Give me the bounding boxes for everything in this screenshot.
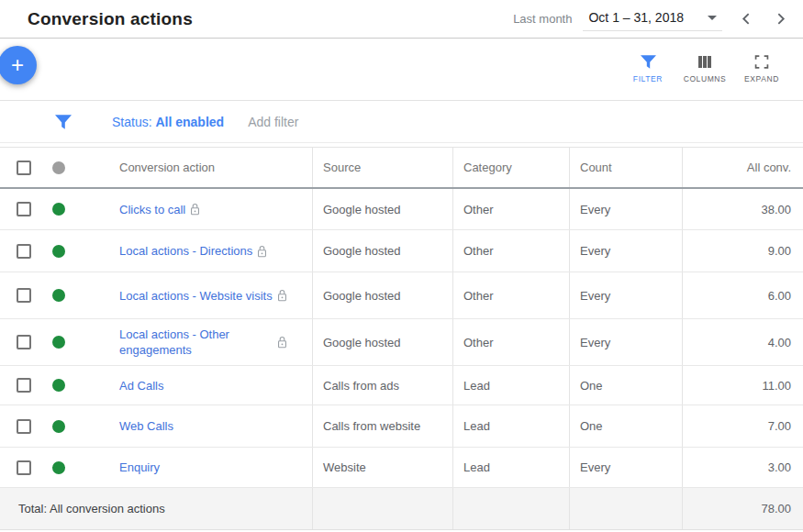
status-dot-header-icon — [52, 161, 65, 174]
date-controls: Last month Oct 1 – 31, 2018 — [513, 6, 790, 31]
count-cell: Every — [569, 189, 682, 229]
all-conv-cell: 11.00 — [682, 366, 803, 405]
all-conv-cell: 7.00 — [682, 405, 803, 447]
all-conv-cell: 9.00 — [682, 230, 803, 272]
date-range-picker[interactable]: Oct 1 – 31, 2018 — [583, 6, 722, 31]
title-bar: Conversion actions Last month Oct 1 – 31… — [0, 0, 803, 39]
conversion-action-link[interactable]: Local actions - Website visits — [119, 288, 277, 304]
columns-button[interactable]: COLUMNS — [676, 50, 733, 89]
table-row: Local actions - Directions Google hosted… — [0, 230, 803, 272]
add-conversion-button[interactable]: + — [0, 46, 37, 84]
columns-button-label: COLUMNS — [684, 74, 727, 83]
conversion-action-link[interactable]: Clicks to call — [119, 202, 185, 217]
total-label: Total: All conversion actions — [0, 488, 312, 529]
count-cell: Every — [569, 272, 682, 318]
count-cell: Every — [569, 230, 682, 272]
source-cell: Calls from ads — [312, 366, 452, 405]
table-header-row: Conversion action Source Category Count … — [0, 148, 803, 189]
source-cell: Calls from website — [312, 405, 452, 447]
column-header-all-conv: All conv. — [682, 148, 803, 187]
source-cell: Google hosted — [312, 319, 452, 365]
row-checkbox[interactable] — [17, 378, 31, 393]
status-enabled-dot — [52, 336, 65, 349]
filter-bar: Status: All enabled Add filter — [0, 101, 803, 143]
status-enabled-dot — [52, 289, 65, 302]
caret-down-icon — [708, 16, 717, 20]
conversion-action-link[interactable]: Ad Calls — [119, 378, 163, 393]
category-cell: Other — [452, 189, 569, 229]
page-title: Conversion actions — [28, 9, 193, 29]
table-row: Enquiry Website Lead Every 3.00 — [0, 448, 803, 488]
column-header-count: Count — [569, 148, 682, 187]
table-row: Web Calls Calls from website Lead One 7.… — [0, 405, 803, 448]
status-filter-value: All enabled — [155, 115, 224, 129]
row-checkbox[interactable] — [17, 288, 31, 303]
column-header-category: Category — [452, 148, 569, 187]
previous-period-button[interactable] — [737, 9, 756, 28]
all-conv-cell: 6.00 — [682, 272, 803, 318]
count-cell: Every — [569, 319, 682, 365]
filter-button[interactable]: FILTER — [619, 50, 676, 89]
source-cell: Website — [312, 448, 452, 487]
filter-icon — [641, 55, 656, 69]
total-all-conv-value: 78.00 — [682, 488, 803, 529]
toolbar: + FILTER COLUMNS EXPAND — [0, 39, 803, 101]
category-cell: Lead — [452, 405, 569, 447]
row-checkbox[interactable] — [17, 335, 31, 349]
table-row: Local actions - Website visits Google ho… — [0, 272, 803, 319]
count-cell: One — [569, 405, 682, 447]
select-all-checkbox[interactable] — [17, 161, 31, 175]
add-filter-button[interactable]: Add filter — [248, 115, 298, 129]
filter-button-label: FILTER — [633, 74, 663, 83]
conversion-action-link[interactable]: Web Calls — [119, 418, 173, 434]
status-enabled-dot — [52, 461, 65, 474]
status-enabled-dot — [52, 379, 65, 392]
status-enabled-dot — [52, 420, 65, 433]
columns-icon — [697, 55, 712, 69]
column-header-source: Source — [312, 148, 452, 187]
source-cell: Google hosted — [312, 272, 452, 318]
conversion-action-link[interactable]: Local actions - Other engagements — [119, 327, 277, 358]
chevron-left-icon — [741, 13, 753, 25]
all-conv-cell: 4.00 — [682, 319, 803, 365]
conversion-actions-table: Conversion action Source Category Count … — [0, 147, 803, 530]
row-checkbox[interactable] — [17, 419, 31, 434]
category-cell: Lead — [452, 366, 569, 405]
column-header-conversion-action: Conversion action — [119, 161, 215, 174]
status-enabled-dot — [52, 203, 65, 216]
status-filter-chip[interactable]: Status: All enabled — [112, 115, 224, 129]
conversion-action-link[interactable]: Enquiry — [119, 460, 160, 475]
lock-icon — [257, 245, 267, 258]
expand-icon — [754, 55, 769, 69]
all-conv-cell: 3.00 — [682, 448, 803, 487]
date-range-value: Oct 1 – 31, 2018 — [588, 10, 684, 25]
table-row: Clicks to call Google hosted Other Every… — [0, 189, 803, 230]
category-cell: Lead — [452, 448, 569, 487]
category-cell: Other — [452, 230, 569, 272]
table-row: Local actions - Other engagements Google… — [0, 319, 803, 366]
chevron-right-icon — [775, 13, 786, 25]
conversion-action-link[interactable]: Local actions - Directions — [119, 243, 252, 259]
count-cell: Every — [569, 448, 682, 487]
category-cell: Other — [452, 319, 569, 365]
table-row: Ad Calls Calls from ads Lead One 11.00 — [0, 366, 803, 405]
date-range-label: Last month — [513, 12, 572, 26]
source-cell: Google hosted — [312, 230, 452, 272]
row-checkbox[interactable] — [17, 460, 31, 475]
all-conv-cell: 38.00 — [682, 189, 803, 229]
filter-icon — [55, 115, 72, 129]
next-period-button[interactable] — [771, 9, 790, 28]
expand-button-label: EXPAND — [744, 74, 779, 83]
table-total-row: Total: All conversion actions 78.00 — [0, 488, 803, 530]
row-checkbox[interactable] — [17, 202, 31, 216]
lock-icon — [190, 203, 200, 216]
source-cell: Google hosted — [312, 189, 452, 229]
count-cell: One — [569, 366, 682, 405]
lock-icon — [277, 289, 287, 302]
status-enabled-dot — [52, 245, 65, 258]
category-cell: Other — [452, 272, 569, 318]
expand-button[interactable]: EXPAND — [733, 50, 790, 89]
row-checkbox[interactable] — [17, 244, 31, 259]
lock-icon — [277, 336, 287, 349]
